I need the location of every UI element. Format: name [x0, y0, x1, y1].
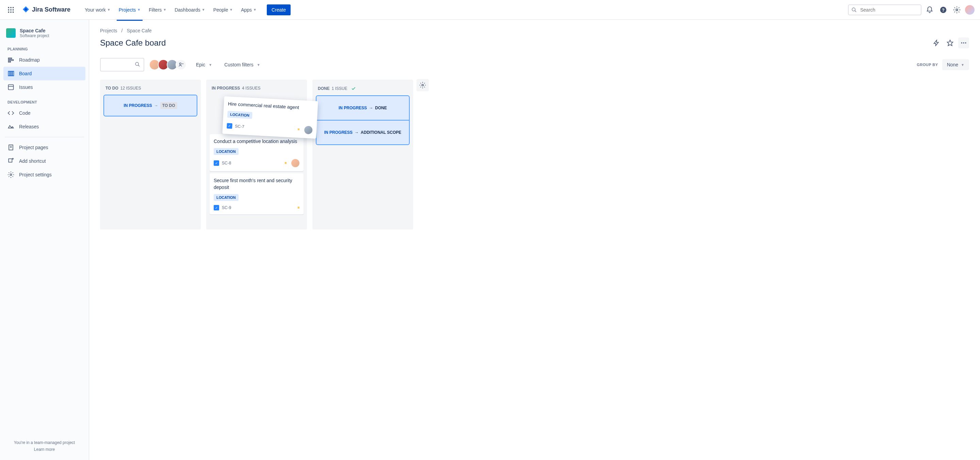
main: Projects / Space Cafe Space Cafe board: [89, 20, 980, 460]
column-todo: TO DO 12 ISSUES IN PROGRESS → TO DO: [100, 80, 201, 230]
sidebar-item-code[interactable]: Code: [3, 106, 86, 120]
automation-icon[interactable]: [931, 37, 942, 48]
chevron-down-icon: ▼: [163, 8, 166, 11]
svg-rect-25: [8, 159, 12, 162]
page-title: Space Cafe board: [100, 38, 166, 48]
svg-rect-8: [13, 11, 14, 13]
svg-point-33: [135, 62, 138, 65]
svg-rect-16: [8, 61, 11, 62]
nav-apps[interactable]: Apps▼: [237, 5, 260, 15]
svg-rect-2: [13, 7, 14, 8]
task-type-icon: ✓: [214, 160, 219, 166]
groupby-label: GROUP BY: [917, 63, 938, 67]
sidebar-item-project-pages[interactable]: Project pages: [3, 141, 86, 154]
svg-rect-18: [10, 71, 11, 76]
column-settings-icon[interactable]: [417, 79, 429, 91]
project-header[interactable]: Space Cafe Software project: [3, 28, 86, 45]
layout: Space Cafe Software project PLANNING Roa…: [0, 20, 980, 460]
svg-point-38: [422, 85, 424, 86]
nav-your-work[interactable]: Your work▼: [81, 5, 114, 15]
create-button[interactable]: Create: [267, 5, 291, 15]
chevron-down-icon: ▼: [137, 8, 140, 11]
card-footer: ✓ SC-7 ━━: [227, 121, 313, 134]
sidebar-divider: [5, 137, 84, 137]
top-nav-right: ?: [848, 5, 975, 15]
card-sc-9[interactable]: Secure first month's rent and security d…: [210, 173, 304, 214]
dropzone-done[interactable]: IN PROGRESS → DONE: [317, 96, 409, 120]
card-sc-8[interactable]: Conduct a competitive location analysis …: [210, 134, 304, 172]
svg-point-32: [965, 42, 966, 43]
help-icon[interactable]: ?: [938, 5, 949, 15]
nav-dashboards[interactable]: Dashboards▼: [171, 5, 208, 15]
chevron-down-icon: ▼: [107, 8, 111, 11]
svg-line-34: [138, 65, 140, 66]
chevron-down-icon: ▼: [257, 63, 260, 67]
nav-filters[interactable]: Filters▼: [145, 5, 170, 15]
board: TO DO 12 ISSUES IN PROGRESS → TO DO IN P…: [100, 80, 969, 230]
svg-text:?: ?: [942, 7, 945, 12]
sidebar-item-roadmap[interactable]: Roadmap: [3, 53, 86, 67]
breadcrumb-projects[interactable]: Projects: [100, 28, 118, 34]
nav-items: Your work▼ Projects▼ Filters▼ Dashboards…: [81, 5, 260, 15]
check-icon: [351, 86, 356, 91]
card-key: SC-9: [222, 205, 231, 210]
top-nav-left: Jira Software Your work▼ Projects▼ Filte…: [5, 5, 291, 15]
jira-logo-icon: [22, 6, 30, 14]
epic-filter[interactable]: Epic▼: [193, 59, 215, 70]
svg-rect-5: [13, 9, 14, 10]
groupby-select[interactable]: None▼: [942, 59, 969, 70]
sidebar-footer-text: You're in a team-managed project: [8, 440, 81, 445]
roadmap-icon: [8, 56, 14, 63]
jira-logo[interactable]: Jira Software: [19, 6, 73, 14]
section-planning-label: PLANNING: [3, 45, 86, 53]
top-nav: Jira Software Your work▼ Projects▼ Filte…: [0, 0, 980, 20]
add-assignee-icon[interactable]: [176, 59, 186, 70]
svg-rect-15: [8, 59, 14, 61]
sidebar-learn-more[interactable]: Learn more: [8, 447, 81, 452]
column-done-header[interactable]: DONE 1 ISSUE: [314, 84, 411, 95]
more-icon[interactable]: [958, 37, 969, 48]
pages-icon: [8, 144, 14, 151]
sidebar-item-project-settings[interactable]: Project settings: [3, 168, 86, 182]
releases-icon: [8, 123, 14, 130]
card-title: Secure first month's rent and security d…: [214, 177, 299, 191]
card-assignee[interactable]: [304, 126, 313, 134]
settings-icon[interactable]: [951, 5, 962, 15]
nav-projects[interactable]: Projects▼: [115, 5, 144, 15]
breadcrumb-space-cafe[interactable]: Space Cafe: [127, 28, 151, 34]
star-icon[interactable]: [945, 37, 956, 48]
column-todo-header[interactable]: TO DO 12 ISSUES: [102, 84, 199, 95]
board-search[interactable]: [100, 58, 144, 72]
project-settings-icon: [8, 171, 14, 178]
svg-rect-7: [10, 11, 11, 13]
custom-filters[interactable]: Custom filters▼: [221, 59, 263, 70]
card-footer: ✓ SC-8 ━━: [214, 159, 299, 167]
column-inprogress-header[interactable]: IN PROGRESS 4 ISSUES: [208, 84, 305, 95]
sidebar-item-board[interactable]: Board: [3, 67, 86, 80]
toolbar: Epic▼ Custom filters▼ GROUP BY None▼: [100, 58, 969, 72]
board-search-input[interactable]: [104, 62, 135, 67]
priority-medium-icon: ━━: [285, 162, 286, 164]
jira-logo-text: Jira Software: [32, 6, 70, 13]
card-title: Conduct a competitive location analysis: [214, 138, 299, 145]
card-title: Hire commercial real estate agent: [228, 101, 314, 112]
svg-rect-3: [8, 9, 9, 10]
sidebar-item-issues[interactable]: Issues: [3, 80, 86, 94]
sidebar-item-releases[interactable]: Releases: [3, 120, 86, 134]
chevron-down-icon: ▼: [253, 8, 256, 11]
svg-rect-0: [8, 7, 9, 8]
project-type: Software project: [20, 34, 49, 38]
breadcrumb: Projects / Space Cafe: [100, 28, 969, 34]
dropzone-additional-scope[interactable]: IN PROGRESS → ADDITIONAL SCOPE: [317, 121, 409, 144]
card-sc-7[interactable]: Hire commercial real estate agent LOCATI…: [222, 96, 318, 139]
sidebar-item-add-shortcut[interactable]: Add shortcut: [3, 154, 86, 168]
card-key: SC-8: [222, 161, 231, 166]
search-input[interactable]: [848, 5, 921, 15]
card-assignee[interactable]: [291, 159, 299, 167]
nav-people[interactable]: People▼: [210, 5, 237, 15]
notifications-icon[interactable]: [924, 5, 935, 15]
dropzone-todo[interactable]: IN PROGRESS → TO DO: [103, 95, 197, 117]
user-avatar[interactable]: [965, 5, 975, 14]
app-switcher-icon[interactable]: [5, 5, 16, 15]
card-tag: LOCATION: [227, 111, 253, 119]
